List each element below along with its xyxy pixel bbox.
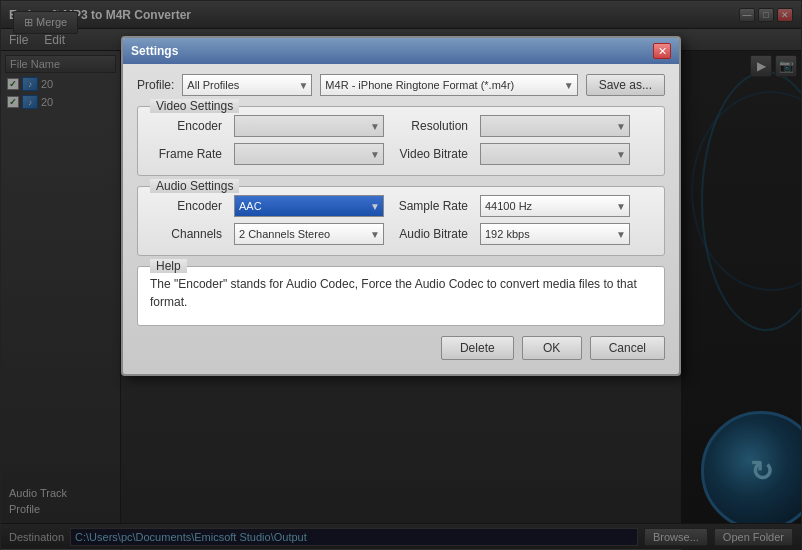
profile-select-wrapper: All Profiles ▼ [182, 74, 312, 96]
audio-bitrate-select[interactable]: 192 kbps [480, 223, 630, 245]
ok-button[interactable]: OK [522, 336, 582, 360]
encoder-label: Encoder [150, 119, 222, 133]
channels-row: Channels 2 Channels Stereo ▼ Audio Bitra… [150, 223, 652, 245]
frame-rate-select-wrapper: ▼ [234, 143, 384, 165]
video-settings-title: Video Settings [150, 99, 239, 113]
dialog-title: Settings [131, 44, 178, 58]
video-bitrate-label: Video Bitrate [396, 147, 468, 161]
help-text: The "Encoder" stands for Audio Codec, Fo… [150, 275, 652, 311]
frame-rate-label: Frame Rate [150, 147, 222, 161]
video-bitrate-row: Frame Rate ▼ Video Bitrate [150, 143, 652, 165]
settings-dialog: Settings ✕ Profile: All Profiles ▼ [121, 36, 681, 376]
channels-select[interactable]: 2 Channels Stereo [234, 223, 384, 245]
modal-overlay: Settings ✕ Profile: All Profiles ▼ [1, 1, 801, 549]
profile-field-label: Profile: [137, 78, 174, 92]
sample-rate-select[interactable]: 44100 Hz [480, 195, 630, 217]
dialog-footer: Delete OK Cancel [137, 336, 665, 364]
sample-rate-label: Sample Rate [396, 199, 468, 213]
frame-rate-select[interactable] [234, 143, 384, 165]
save-as-button[interactable]: Save as... [586, 74, 665, 96]
profile-select[interactable]: All Profiles [182, 74, 312, 96]
resolution-select-wrapper: ▼ [480, 115, 630, 137]
app-window: Emicsoft MP3 to M4R Converter — □ ✕ File… [0, 0, 802, 550]
audio-settings-title: Audio Settings [150, 179, 239, 193]
audio-encoder-label: Encoder [150, 199, 222, 213]
video-bitrate-select-wrapper: ▼ [480, 143, 630, 165]
cancel-button[interactable]: Cancel [590, 336, 665, 360]
format-select-wrapper: M4R - iPhone Ringtone Format (*.m4r) ▼ [320, 74, 577, 96]
audio-bitrate-label: Audio Bitrate [396, 227, 468, 241]
channels-label: Channels [150, 227, 222, 241]
help-group: Help The "Encoder" stands for Audio Code… [137, 266, 665, 326]
video-bitrate-select[interactable] [480, 143, 630, 165]
video-settings-group: Video Settings Encoder ▼ Resolution [137, 106, 665, 176]
video-encoder-select[interactable] [234, 115, 384, 137]
resolution-select[interactable] [480, 115, 630, 137]
audio-bitrate-select-wrapper: 192 kbps ▼ [480, 223, 630, 245]
audio-encoder-row: Encoder AAC ▼ Sample Rate 44100 Hz [150, 195, 652, 217]
audio-encoder-select-wrapper: AAC ▼ [234, 195, 384, 217]
audio-encoder-select[interactable]: AAC [234, 195, 384, 217]
dialog-close-button[interactable]: ✕ [653, 43, 671, 59]
resolution-label: Resolution [396, 119, 468, 133]
dialog-title-bar: Settings ✕ [123, 38, 679, 64]
delete-button[interactable]: Delete [441, 336, 514, 360]
format-select[interactable]: M4R - iPhone Ringtone Format (*.m4r) [320, 74, 577, 96]
profile-row: Profile: All Profiles ▼ M4R - iPhone Rin… [137, 74, 665, 96]
help-title: Help [150, 259, 187, 273]
sample-rate-select-wrapper: 44100 Hz ▼ [480, 195, 630, 217]
dialog-body: Profile: All Profiles ▼ M4R - iPhone Rin… [123, 64, 679, 374]
video-encoder-row: Encoder ▼ Resolution ▼ [150, 115, 652, 137]
video-encoder-select-wrapper: ▼ [234, 115, 384, 137]
audio-settings-group: Audio Settings Encoder AAC ▼ Sample Rate [137, 186, 665, 256]
channels-select-wrapper: 2 Channels Stereo ▼ [234, 223, 384, 245]
